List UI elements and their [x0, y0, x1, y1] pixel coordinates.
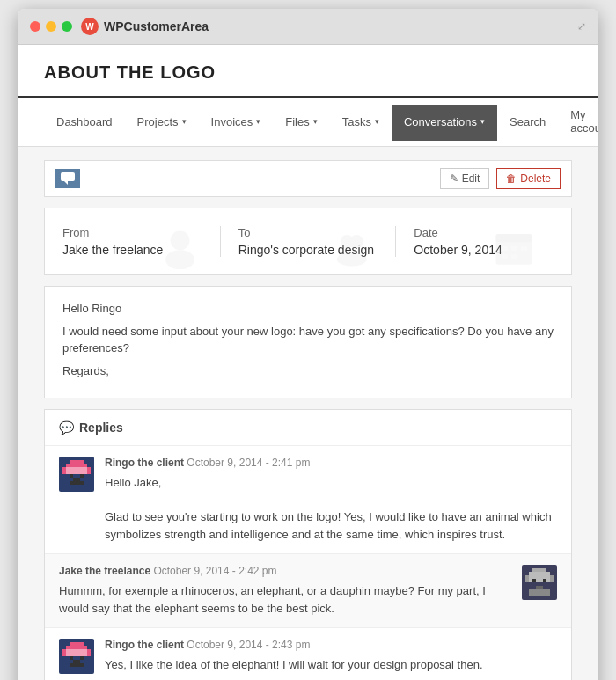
traffic-lights: [30, 21, 72, 32]
reply-text: Yes, I like the idea of the elephant! I …: [105, 656, 557, 674]
from-avatar-decoration: [158, 226, 202, 274]
svg-rect-22: [73, 478, 80, 481]
replies-section: 💬 Replies: [44, 409, 572, 680]
svg-rect-29: [536, 586, 543, 589]
nav-files[interactable]: Files ▾: [273, 105, 329, 141]
reply-text: Hello Jake, Glad to see you're starting …: [105, 474, 557, 543]
caret-icon: ▾: [375, 117, 379, 126]
svg-rect-19: [70, 474, 73, 478]
app-window: W WPCustomerArea ⤢ ABOUT THE LOGO Dashbo…: [18, 9, 598, 680]
nav-search[interactable]: Search: [497, 105, 558, 141]
caret-icon: ▾: [480, 117, 485, 126]
svg-rect-32: [66, 646, 87, 649]
nav-projects[interactable]: Projects ▾: [125, 105, 199, 141]
replies-icon: 💬: [59, 420, 74, 435]
reply-meta: Ringo the client October 9, 2014 - 2:41 …: [105, 457, 557, 469]
svg-rect-12: [502, 254, 508, 259]
avatar: [522, 565, 557, 600]
close-button[interactable]: [30, 21, 40, 32]
svg-rect-21: [70, 481, 84, 485]
svg-rect-18: [87, 467, 91, 474]
reply-body: Ringo the client October 9, 2014 - 2:41 …: [105, 457, 557, 543]
caret-icon: ▾: [256, 117, 260, 126]
svg-rect-8: [496, 234, 532, 242]
message-body: I would need some input about your new l…: [62, 323, 554, 357]
brand-name: WPCustomerArea: [104, 19, 209, 33]
expand-icon[interactable]: ⤢: [577, 20, 586, 33]
svg-point-3: [165, 250, 194, 269]
caret-icon: ▾: [182, 117, 187, 126]
svg-rect-11: [521, 246, 527, 251]
minimize-button[interactable]: [46, 21, 56, 32]
maximize-button[interactable]: [62, 21, 72, 32]
reply-date: October 9, 2014 - 2:41 pm: [187, 457, 310, 469]
replies-label: Replies: [79, 420, 123, 435]
message-greeting: Hello Ringo: [62, 300, 554, 318]
reply-body: Jake the freelance October 9, 2014 - 2:4…: [59, 565, 511, 617]
date-avatar-decoration: [492, 226, 536, 274]
svg-rect-10: [511, 246, 517, 251]
svg-rect-34: [62, 649, 66, 656]
svg-rect-26: [550, 575, 554, 582]
svg-rect-24: [529, 572, 550, 582]
svg-rect-23: [532, 568, 546, 572]
svg-rect-30: [529, 589, 550, 596]
reply-item: Ringo the client October 9, 2014 - 2:41 …: [45, 446, 571, 554]
brand-icon: W: [81, 18, 99, 35]
page-header: ABOUT THE LOGO: [18, 45, 598, 98]
titlebar: W WPCustomerArea ⤢: [18, 9, 598, 45]
reply-author: Jake the freelance: [59, 565, 150, 577]
svg-rect-9: [502, 246, 508, 251]
reply-date: October 9, 2014 - 2:43 pm: [187, 639, 310, 651]
reply-body: Ringo the client October 9, 2014 - 2:43 …: [105, 639, 557, 674]
svg-rect-38: [70, 663, 84, 667]
svg-rect-14: [70, 460, 84, 464]
reply-item: Ringo the client October 9, 2014 - 2:43 …: [45, 628, 571, 680]
reply-item: Jake the freelance October 9, 2014 - 2:4…: [45, 554, 571, 628]
edit-button[interactable]: ✎ Edit: [440, 168, 490, 189]
svg-rect-17: [62, 467, 66, 474]
nav-invoices[interactable]: Invoices ▾: [199, 105, 274, 141]
trash-icon: 🗑: [506, 172, 517, 185]
reply-author: Ringo the client: [105, 457, 184, 469]
nav-myaccount[interactable]: My account ▾: [558, 98, 598, 147]
svg-rect-39: [73, 660, 80, 663]
meta-card: From Jake the freelance To Ringo's corpo…: [44, 208, 572, 275]
svg-point-6: [337, 252, 367, 266]
svg-rect-33: [66, 649, 87, 656]
reply-meta: Ringo the client October 9, 2014 - 2:43 …: [105, 639, 557, 651]
svg-point-2: [170, 230, 189, 250]
brand: W WPCustomerArea: [81, 18, 209, 35]
caret-icon: ▾: [313, 117, 318, 126]
original-message: Hello Ringo I would need some input abou…: [44, 286, 572, 398]
page-title: ABOUT THE LOGO: [44, 62, 572, 83]
to-avatar-decoration: [334, 226, 378, 274]
svg-rect-36: [70, 656, 73, 660]
svg-point-5: [350, 235, 363, 248]
svg-rect-31: [70, 642, 84, 646]
date-section: Date October 9, 2014: [414, 226, 554, 257]
svg-rect-0: [61, 172, 75, 181]
avatar: [59, 457, 94, 492]
nav-conversations[interactable]: Conversations ▾: [392, 105, 497, 141]
page-content: ABOUT THE LOGO Dashboard Projects ▾ Invo…: [18, 45, 598, 680]
reply-text: Hummm, for exemple a rhinoceros, an elep…: [59, 582, 511, 617]
svg-rect-27: [532, 579, 536, 582]
svg-rect-15: [66, 464, 87, 467]
nav-tasks[interactable]: Tasks ▾: [330, 105, 392, 141]
svg-rect-20: [80, 474, 84, 478]
delete-button[interactable]: 🗑 Delete: [496, 168, 561, 189]
svg-rect-37: [80, 656, 84, 660]
svg-rect-35: [87, 649, 91, 656]
nav-dashboard[interactable]: Dashboard: [44, 105, 125, 141]
content-area: ✎ Edit 🗑 Delete From Jake the freelance: [18, 147, 598, 680]
replies-header: 💬 Replies: [45, 410, 571, 446]
edit-icon: ✎: [450, 172, 458, 185]
message-closing: Regards,: [62, 362, 554, 380]
reply-date: October 9, 2014 - 2:42 pm: [153, 565, 276, 577]
avatar: [59, 639, 94, 674]
svg-marker-1: [64, 181, 68, 185]
svg-rect-25: [525, 575, 529, 582]
svg-rect-16: [66, 467, 87, 474]
conversation-icon: [55, 169, 80, 188]
